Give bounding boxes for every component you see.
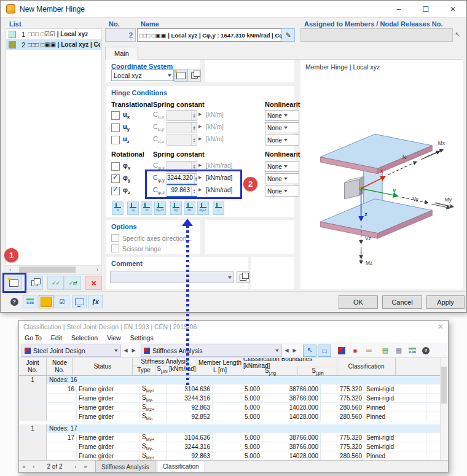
option-checkbox[interactable] — [111, 244, 119, 252]
report-button[interactable]: ▦ — [393, 345, 405, 356]
panel-close-icon[interactable]: ✕ — [438, 322, 444, 331]
quick-release-button[interactable]: - — [213, 201, 224, 215]
dof-checkbox[interactable] — [111, 187, 120, 195]
prev-analysis-icon[interactable]: ◀ — [283, 348, 290, 353]
apply-button[interactable]: Apply — [426, 295, 465, 309]
nonlinearity-combo[interactable]: None — [265, 161, 299, 172]
select-all-button[interactable]: ✓✓ — [47, 276, 64, 290]
decimal-places-button[interactable]: 0.00 — [23, 295, 37, 308]
ok-button[interactable]: OK — [339, 295, 378, 309]
color-button[interactable] — [39, 295, 53, 308]
view-options-button[interactable] — [72, 295, 87, 308]
expand-icon[interactable]: ▶ — [198, 136, 202, 141]
prev-case-icon[interactable]: ◀ — [122, 348, 129, 353]
close-button[interactable]: ✕ — [439, 1, 466, 17]
option-checkbox[interactable] — [111, 234, 119, 242]
table-group-row[interactable]: 1 Nodes: 16 — [19, 376, 448, 384]
option-row[interactable]: Specific axes direction... — [111, 233, 205, 243]
menu-item[interactable]: View — [107, 334, 121, 341]
table-row[interactable]: Frame girder SMz+ 92.863 5.000 14028.000… — [19, 403, 448, 412]
new-coordinate-system-button[interactable] — [174, 69, 187, 82]
design-case-combo[interactable]: Steel Joint Design — [22, 345, 121, 357]
formula-button[interactable]: ƒx — [88, 295, 103, 308]
nonlinearity-combo[interactable]: None — [265, 122, 299, 133]
nonlinearity-combo[interactable]: None — [265, 110, 299, 121]
table-vertical-scrollbar[interactable] — [440, 358, 448, 460]
menu-item[interactable]: Settings — [130, 334, 154, 341]
spinner-arrows-icon[interactable]: ▲▼ — [191, 135, 197, 145]
menu-item[interactable]: Edit — [51, 334, 62, 341]
dof-checkbox[interactable] — [111, 111, 120, 120]
quick-release-button[interactable]: Mz — [184, 201, 195, 215]
menu-item[interactable]: Selection — [71, 334, 98, 341]
quick-release-button[interactable]: Vy+Vz — [154, 201, 166, 215]
cancel-button[interactable]: Cancel — [382, 295, 422, 309]
quick-release-button[interactable]: Vy — [127, 201, 139, 215]
hinge-list[interactable]: 1 □□□ □☑☑ | Local xyz 2 □□□ □▣▣ | Local … — [6, 28, 102, 266]
decimal-places-button[interactable]: 0.00 — [406, 345, 418, 356]
option-row[interactable]: Scissor hinge — [111, 243, 205, 254]
name-field[interactable]: □□□ □▣▣ | Local xyz | Cφ,y : 1647.310 kN… — [137, 28, 285, 42]
dimensions-button[interactable]: xxx — [363, 345, 375, 356]
pick-members-button[interactable]: ↖ — [452, 28, 463, 41]
menu-item[interactable]: Go To — [25, 334, 42, 341]
next-analysis-icon[interactable]: ▶ — [291, 348, 298, 353]
assigned-field[interactable] — [300, 28, 453, 42]
dialog-titlebar[interactable]: New Member Hinge – ☐ ✕ — [1, 1, 466, 18]
spinner-arrows-icon[interactable]: ▲▼ — [191, 123, 197, 133]
spinner-arrows-icon[interactable]: ▲▼ — [191, 111, 197, 120]
panel-tab[interactable]: Stiffness Analysis — [95, 461, 155, 472]
toggle-selection-button[interactable]: ✓⇄ — [65, 276, 81, 290]
print-report-button[interactable]: ▤ — [379, 345, 391, 356]
dof-checkbox[interactable] — [111, 123, 120, 132]
quick-release-button[interactable]: My+z — [197, 201, 209, 215]
help-button[interactable]: ? — [7, 295, 22, 308]
delete-hinge-button[interactable]: × — [85, 276, 102, 290]
quick-release-button[interactable]: Vz — [141, 201, 152, 215]
prev-page-icon[interactable]: ‹ — [29, 464, 39, 470]
table-row[interactable]: Frame girder SMz- 92.852 5.000 14028.000… — [19, 412, 448, 421]
table-row[interactable]: Frame girder SMz+ 92.863 5.000 14028.000… — [19, 451, 448, 460]
joint-view-button[interactable] — [336, 345, 348, 356]
display-settings-button[interactable]: ☑ — [55, 295, 69, 308]
tab-main[interactable]: Main — [105, 47, 138, 60]
copy-hinge-button[interactable] — [26, 276, 43, 290]
panel-tab[interactable]: Classification — [157, 460, 205, 472]
scrollbar-thumb[interactable] — [19, 267, 76, 273]
table-row[interactable]: Frame girder SMy- 3244.316 5.000 38766.0… — [19, 442, 448, 451]
expand-icon[interactable]: ▶ — [198, 163, 202, 168]
coordinate-system-combo[interactable]: Local xyz — [111, 69, 174, 81]
quick-release-button[interactable]: N — [112, 201, 124, 215]
maximize-button[interactable]: ☐ — [412, 1, 439, 17]
pick-select-button[interactable]: ↖ — [303, 345, 316, 357]
panel-titlebar[interactable]: Classification | Steel Joint Design | EN… — [19, 321, 448, 333]
last-page-icon[interactable]: » — [80, 464, 90, 470]
scroll-right-icon[interactable]: › — [93, 267, 101, 273]
list-item[interactable]: 1 □□□ □☑☑ | Local xyz — [6, 29, 101, 39]
table-row[interactable]: 16 Frame girder SMy+ 3104.636 5.000 3876… — [19, 384, 448, 394]
panel-help-button[interactable]: ? — [420, 345, 432, 356]
minimize-button[interactable]: – — [385, 1, 412, 17]
expand-icon[interactable]: ▶ — [198, 112, 202, 117]
spring-constant-input[interactable]: ▲▼ — [167, 110, 197, 121]
table-group-row[interactable]: 1 Nodes: 17 — [19, 424, 448, 433]
probe-result-button[interactable]: ◉ — [349, 345, 361, 356]
nonlinearity-combo[interactable]: None — [265, 185, 299, 197]
first-page-icon[interactable]: « — [19, 464, 29, 470]
edit-name-button[interactable]: ✎ — [281, 28, 295, 42]
scrollbar-thumb[interactable] — [441, 367, 447, 404]
spring-constant-input[interactable]: ▲▼ — [167, 122, 197, 133]
comment-copy-button[interactable] — [237, 271, 249, 283]
dof-checkbox[interactable] — [111, 174, 120, 183]
analysis-type-combo[interactable]: Stiffness Analysis — [141, 345, 282, 357]
edit-coordinate-system-button[interactable] — [187, 69, 201, 82]
dof-checkbox[interactable] — [111, 162, 120, 171]
window-select-button[interactable]: □ — [318, 345, 331, 357]
comment-combo[interactable] — [110, 271, 234, 283]
spring-constant-input[interactable]: ▲▼ — [167, 135, 197, 146]
nonlinearity-combo[interactable]: None — [265, 135, 299, 146]
expand-icon[interactable]: ▶ — [198, 124, 202, 129]
nonlinearity-combo[interactable]: None — [265, 173, 299, 184]
next-page-icon[interactable]: › — [71, 464, 80, 470]
dof-checkbox[interactable] — [111, 136, 120, 144]
